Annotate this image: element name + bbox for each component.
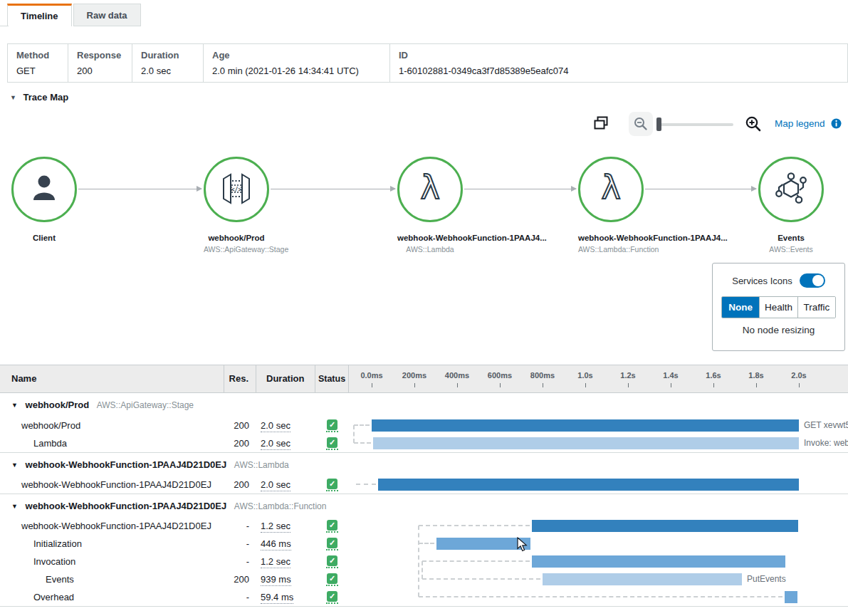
tab-raw-data[interactable]: Raw data xyxy=(73,4,141,26)
segment-duration[interactable]: 446 ms xyxy=(256,538,315,549)
group-name: webhook-WebhookFunction-1PAAJ4D21D0EJ xyxy=(26,459,227,470)
segment-status[interactable]: ✓ xyxy=(315,555,349,568)
map-node-events[interactable]: Events AWS::Events xyxy=(758,157,824,254)
segment-group-header[interactable]: ▼ webhook/Prod AWS::ApiGateway::Stage xyxy=(0,393,848,417)
timeline-bar[interactable] xyxy=(372,419,799,432)
lambda-icon: λ xyxy=(592,169,630,210)
time-tick-label: 400ms xyxy=(445,371,469,380)
time-tick-mark xyxy=(500,383,501,387)
segment-status[interactable]: ✓ xyxy=(315,479,349,491)
map-legend-link[interactable]: Map legend xyxy=(775,118,825,129)
segment-status[interactable]: ✓ xyxy=(315,573,349,586)
trace-map-toggle[interactable]: ▼ Trace Map xyxy=(10,92,848,106)
duration-value: 2.0 sec xyxy=(141,64,203,78)
map-zoom-slider[interactable] xyxy=(656,123,733,126)
timeline-bar[interactable] xyxy=(532,555,785,568)
segment-response: 200 xyxy=(224,479,256,490)
time-tick-mark xyxy=(628,383,629,387)
time-tick-label: 1.8s xyxy=(748,371,763,380)
map-node-webhook-prod[interactable]: </> webhook/Prod AWS::ApiGateway::Stage xyxy=(204,157,269,254)
tab-raw-data-label: Raw data xyxy=(87,10,127,21)
time-tick-label: 2.0s xyxy=(791,371,806,380)
segment-duration[interactable]: 939 ms xyxy=(256,574,315,585)
time-tick-mark xyxy=(372,383,372,387)
segment-response: 200 xyxy=(224,574,256,585)
svg-text:</>: </> xyxy=(231,186,242,192)
connector-dash xyxy=(356,484,376,485)
segment-status[interactable]: ✓ xyxy=(315,538,349,550)
connector-dash xyxy=(353,425,355,443)
connector-dash xyxy=(418,526,419,597)
map-edge xyxy=(271,189,395,189)
connector-dash xyxy=(354,442,371,444)
col-header-res: Res. xyxy=(224,365,256,392)
timeline-bar[interactable] xyxy=(543,573,742,585)
node-view-segmented-control: NoneHealthTraffic xyxy=(721,296,836,318)
check-icon: ✓ xyxy=(327,538,337,548)
segment-group-header[interactable]: ▼ webhook-WebhookFunction-1PAAJ4D21D0EJ … xyxy=(0,494,848,517)
segment-duration[interactable]: 1.2 sec xyxy=(256,556,315,567)
time-tick-mark xyxy=(756,383,757,387)
segment-status[interactable]: ✓ xyxy=(315,419,349,432)
segment-status[interactable]: ✓ xyxy=(315,437,349,450)
segment-response: - xyxy=(224,538,256,549)
timeline-bar[interactable] xyxy=(378,479,799,491)
arrowhead-icon xyxy=(571,186,577,192)
status-dots xyxy=(326,531,338,533)
timeline-bar[interactable] xyxy=(373,437,799,449)
segment-response: - xyxy=(224,592,256,602)
segment-duration[interactable]: 2.0 sec xyxy=(256,420,315,431)
map-node-webhook-webhookfunction-1paaj4-[interactable]: λ webhook-WebhookFunction-1PAAJ4... AWS:… xyxy=(397,157,463,254)
timeline-table-header: Name Res. Duration Status 0.0ms200ms400m… xyxy=(0,365,848,393)
segment-button-health[interactable]: Health xyxy=(760,297,797,318)
time-tick-label: 1.6s xyxy=(706,371,721,380)
timeline-row[interactable]: webhook/Prod 200 2.0 sec ✓ GET xevwt5kl xyxy=(0,417,848,434)
segment-response: - xyxy=(224,521,256,531)
services-icons-toggle[interactable] xyxy=(800,273,825,288)
zoom-out-button[interactable] xyxy=(629,112,653,136)
segment-name: Initialization xyxy=(0,538,224,549)
map-zoom-slider-handle[interactable] xyxy=(656,118,661,131)
bar-label: PutEvents xyxy=(747,574,786,584)
method-header: Method xyxy=(16,48,68,64)
arrowhead-icon xyxy=(751,186,757,192)
chevron-down-icon: ▼ xyxy=(11,461,18,469)
connector-dash xyxy=(419,525,530,526)
map-node-webhook-webhookfunction-1paaj4-[interactable]: λ webhook-WebhookFunction-1PAAJ4... AWS:… xyxy=(578,157,644,254)
segment-duration[interactable]: 2.0 sec xyxy=(256,438,315,449)
map-node-client[interactable]: Client xyxy=(11,157,77,242)
node-resizing-note: No node resizing xyxy=(721,325,836,335)
fit-view-icon[interactable] xyxy=(594,116,608,132)
info-icon[interactable] xyxy=(831,118,842,131)
segment-duration[interactable]: 1.2 sec xyxy=(256,521,315,531)
segment-button-traffic[interactable]: Traffic xyxy=(798,297,835,318)
segment-group-header[interactable]: ▼ webhook-WebhookFunction-1PAAJ4D21D0EJ … xyxy=(0,452,848,476)
chevron-down-icon: ▼ xyxy=(10,94,16,101)
status-dots xyxy=(326,549,338,550)
timeline-row[interactable]: webhook-WebhookFunction-1PAAJ4D21D0EJ 20… xyxy=(0,476,848,494)
status-dots xyxy=(326,602,338,604)
trace-summary-table: Method GET Response 200 Duration 2.0 sec… xyxy=(7,43,848,83)
segment-status[interactable]: ✓ xyxy=(315,591,349,604)
time-tick-label: 600ms xyxy=(488,371,512,380)
connector-dash xyxy=(354,424,370,426)
segment-status[interactable]: ✓ xyxy=(315,520,349,533)
zoom-in-button[interactable] xyxy=(745,115,762,135)
segment-button-none[interactable]: None xyxy=(722,297,760,318)
time-tick-mark xyxy=(414,383,415,387)
segment-name: Invocation xyxy=(0,556,224,567)
group-type: AWS::Lambda::Function xyxy=(234,501,327,511)
arrowhead-icon xyxy=(390,186,396,192)
tab-timeline[interactable]: Timeline xyxy=(7,4,72,26)
timeline-table: Name Res. Duration Status 0.0ms200ms400m… xyxy=(0,365,848,607)
segment-duration[interactable]: 2.0 sec xyxy=(256,479,315,490)
timeline-bar[interactable] xyxy=(785,591,797,603)
segment-duration[interactable]: 59.4 ms xyxy=(256,592,315,602)
map-options-panel: Services Icons NoneHealthTraffic No node… xyxy=(712,263,845,351)
timeline-row[interactable]: Lambda 200 2.0 sec ✓ Invoke: webho xyxy=(0,434,848,452)
segment-name: webhook/Prod xyxy=(0,420,224,431)
map-node-name: Events xyxy=(758,234,824,242)
time-tick-label: 1.2s xyxy=(620,371,635,380)
map-controls: Map legend xyxy=(0,110,848,136)
timeline-bar[interactable] xyxy=(532,520,798,532)
